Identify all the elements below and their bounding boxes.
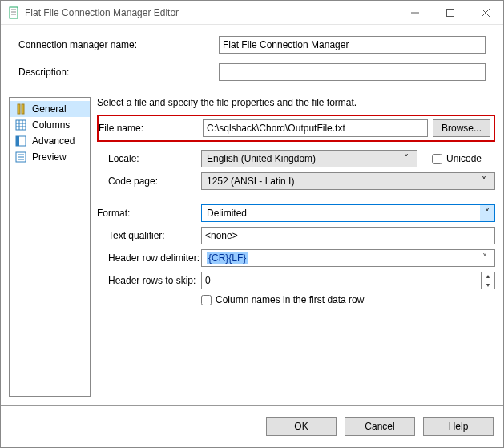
svg-rect-16	[16, 136, 19, 146]
columnnames-checkbox[interactable]	[201, 295, 212, 305]
unicode-checkbox[interactable]	[432, 154, 442, 164]
minimize-button[interactable]	[397, 1, 433, 25]
locale-value: English (United Kingdom)	[207, 153, 399, 164]
dialog-window: Flat File Connection Manager Editor Conn…	[0, 0, 504, 448]
filename-label: File name:	[99, 123, 203, 134]
svg-rect-10	[16, 120, 26, 130]
unicode-label: Unicode	[446, 153, 482, 164]
svg-rect-8	[18, 104, 20, 114]
svg-rect-9	[22, 104, 24, 114]
top-form: Connection manager name: Description:	[1, 25, 503, 97]
preview-icon	[14, 151, 27, 163]
columnnames-label: Column names in the first data row	[216, 294, 364, 305]
step-up-icon: ▲	[482, 272, 494, 281]
titlebar: Flat File Connection Manager Editor	[1, 1, 503, 25]
sidebar: General Columns Advanced Preview	[9, 97, 91, 397]
connection-name-label: Connection manager name:	[18, 39, 219, 50]
codepage-label: Code page:	[97, 176, 201, 187]
sidebar-label: General	[32, 103, 67, 115]
sidebar-label: Columns	[32, 119, 70, 131]
chevron-down-icon: ˅	[478, 252, 491, 264]
maximize-button[interactable]	[433, 1, 468, 25]
ok-button[interactable]: OK	[266, 417, 337, 436]
sidebar-item-advanced[interactable]: Advanced	[10, 133, 90, 149]
cancel-button[interactable]: Cancel	[345, 417, 415, 436]
filename-highlight: File name: Browse...	[97, 115, 495, 142]
sidebar-label: Advanced	[32, 135, 75, 147]
description-label: Description:	[18, 67, 219, 78]
connection-name-input[interactable]	[219, 36, 486, 54]
headerdelim-label: Header row delimiter:	[97, 252, 201, 264]
browse-button[interactable]: Browse...	[433, 119, 490, 137]
hint-text: Select a file and specify the file prope…	[97, 97, 495, 108]
chevron-down-icon: ˅	[480, 205, 494, 221]
format-select[interactable]: Delimited ˅	[201, 204, 495, 222]
format-value: Delimited	[207, 208, 480, 219]
locale-label: Locale:	[97, 153, 201, 164]
chevron-down-icon: ˅	[399, 151, 413, 167]
description-input[interactable]	[219, 63, 486, 81]
step-down-icon: ▼	[482, 281, 494, 289]
headerskip-label: Header rows to skip:	[97, 275, 201, 286]
textqualifier-label: Text qualifier:	[97, 230, 201, 241]
columns-icon	[14, 119, 27, 131]
sidebar-item-general[interactable]: General	[10, 101, 90, 117]
svg-rect-5	[447, 9, 454, 16]
close-button[interactable]	[468, 1, 503, 25]
headerskip-input[interactable]	[201, 272, 481, 289]
chevron-down-icon: ˅	[477, 173, 491, 189]
format-label: Format:	[97, 208, 201, 219]
window-title: Flat File Connection Manager Editor	[25, 7, 397, 18]
headerdelim-select[interactable]: {CR}{LF} ˅	[201, 249, 495, 267]
sidebar-item-columns[interactable]: Columns	[10, 117, 90, 133]
svg-rect-0	[10, 7, 18, 18]
help-button[interactable]: Help	[423, 417, 494, 436]
general-icon	[14, 103, 27, 115]
headerdelim-value: {CR}{LF}	[207, 252, 248, 264]
content-pane: Select a file and specify the file prope…	[97, 97, 495, 397]
codepage-select[interactable]: 1252 (ANSI - Latin I) ˅	[201, 172, 495, 190]
dialog-footer: OK Cancel Help	[1, 405, 503, 447]
advanced-icon	[14, 135, 27, 147]
codepage-value: 1252 (ANSI - Latin I)	[207, 176, 477, 187]
app-icon	[7, 6, 20, 19]
sidebar-label: Preview	[32, 151, 67, 163]
locale-select[interactable]: English (United Kingdom) ˅	[201, 150, 417, 167]
sidebar-item-preview[interactable]: Preview	[10, 149, 90, 165]
headerskip-stepper[interactable]: ▲ ▼	[481, 272, 495, 289]
textqualifier-input[interactable]	[201, 227, 495, 244]
filename-input[interactable]	[203, 119, 428, 137]
